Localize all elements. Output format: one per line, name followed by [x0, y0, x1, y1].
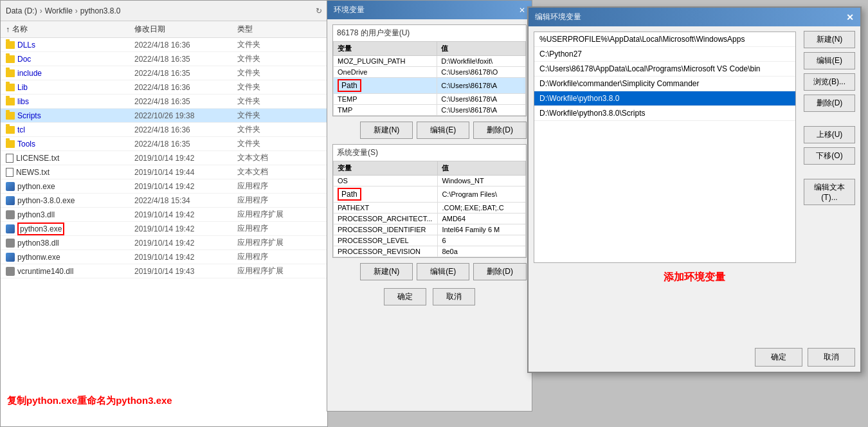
var-value: 8e0a	[438, 246, 526, 257]
sys-delete-btn[interactable]: 删除(D)	[473, 263, 527, 280]
list-item[interactable]: TMPC:\Users\86178\A	[334, 105, 526, 116]
table-row[interactable]: include 2022/4/18 16:35 文件夹	[1, 66, 327, 80]
table-row[interactable]: vcruntime140.dll 2019/10/14 19:43 应用程序扩展	[1, 264, 327, 278]
col-date[interactable]: 修改日期	[134, 24, 237, 35]
sys-vars-section: 系统变量(S) 变量 值 OSWindows_NTPathC:\Program …	[332, 144, 527, 258]
var-value: Intel64 Family 6 M	[438, 224, 526, 235]
sys-col-val: 值	[438, 161, 526, 176]
env-ok-btn[interactable]: 确定	[384, 288, 426, 305]
folder-icon	[6, 55, 15, 63]
file-type: 文件夹	[237, 124, 302, 135]
breadcrumb-folder1[interactable]: Workfile	[45, 6, 73, 15]
user-vars-section: 86178 的用户变量(U) 变量 值 MOZ_PLUGIN_PATHD:\Wo…	[332, 24, 527, 116]
sys-vars-table: 变量 值 OSWindows_NTPathC:\Program Files\PA…	[333, 161, 526, 257]
file-type: 应用程序	[237, 223, 302, 234]
table-row[interactable]: LICENSE.txt 2019/10/14 19:42 文本文档	[1, 151, 327, 165]
user-edit-btn[interactable]: 编辑(E)	[417, 122, 469, 139]
file-name: Scripts	[17, 111, 41, 120]
user-delete-btn[interactable]: 删除(D)	[473, 122, 527, 139]
delete-path-btn[interactable]: 删除(D)	[804, 95, 855, 112]
list-item[interactable]: PROCESSOR_ARCHITECT...AMD64	[334, 214, 526, 224]
list-item[interactable]: OSWindows_NT	[334, 176, 526, 186]
col-type[interactable]: 类型	[237, 24, 302, 35]
list-item[interactable]: D:\Workfile\commander\Simplicity Command…	[534, 77, 795, 91]
list-item[interactable]: PROCESSOR_IDENTIFIERIntel64 Family 6 M	[334, 224, 526, 235]
list-item[interactable]: C:\Python27	[534, 47, 795, 62]
sys-edit-btn[interactable]: 编辑(E)	[417, 263, 469, 280]
file-type: 文本文档	[237, 167, 302, 177]
dialog-close-btn[interactable]: ✕	[846, 12, 854, 23]
sys-vars-header: 系统变量(S)	[333, 145, 526, 161]
list-item[interactable]: MOZ_PLUGIN_PATHD:\Workfile\foxit\	[334, 56, 526, 67]
user-col-val: 值	[437, 42, 526, 56]
table-row[interactable]: python3.exe 2019/10/14 19:42 应用程序	[1, 222, 327, 236]
edit-path-btn[interactable]: 编辑(E)	[804, 52, 855, 69]
breadcrumb-folder2[interactable]: python3.8.0	[80, 6, 121, 15]
list-item[interactable]: %USERPROFILE%\AppData\Local\Microsoft\Wi…	[534, 32, 795, 47]
file-icon	[6, 168, 14, 177]
file-name: NEWS.txt	[16, 168, 50, 177]
table-row[interactable]: pythonw.exe 2019/10/14 19:42 应用程序	[1, 250, 327, 264]
table-row[interactable]: Lib 2022/4/18 16:36 文件夹	[1, 80, 327, 95]
file-date: 2019/10/14 19:42	[134, 253, 237, 262]
col-name[interactable]: ↑ 名称	[6, 24, 134, 35]
table-row[interactable]: python.exe 2019/10/14 19:42 应用程序	[1, 179, 327, 194]
new-path-btn[interactable]: 新建(N)	[804, 31, 855, 48]
table-row[interactable]: python38.dll 2019/10/14 19:42 应用程序扩展	[1, 236, 327, 250]
file-type: 文件夹	[237, 82, 302, 93]
file-name: Doc	[17, 55, 31, 64]
var-value: D:\Workfile\foxit\	[437, 56, 526, 67]
breadcrumb-drive[interactable]: Data (D:)	[6, 6, 37, 15]
list-item[interactable]: TEMPC:\Users\86178\A	[334, 94, 526, 105]
var-name: PROCESSOR_LEVEL	[334, 235, 438, 246]
list-item[interactable]: PROCESSOR_REVISION8e0a	[334, 246, 526, 257]
move-up-btn[interactable]: 上移(U)	[804, 126, 855, 143]
file-name: python.exe	[17, 182, 55, 191]
sys-new-btn[interactable]: 新建(N)	[360, 263, 413, 280]
dialog-cancel-btn[interactable]: 取消	[808, 348, 855, 367]
table-row[interactable]: NEWS.txt 2019/10/14 19:44 文本文档	[1, 165, 327, 179]
dll-icon	[6, 239, 15, 248]
file-type: 应用程序扩展	[237, 209, 302, 220]
column-headers: ↑ 名称 修改日期 类型	[1, 21, 327, 38]
table-row[interactable]: Tools 2022/4/18 16:35 文件夹	[1, 137, 327, 151]
table-row[interactable]: DLLs 2022/4/18 16:36 文件夹	[1, 38, 327, 52]
edit-text-btn[interactable]: 编辑文本(T)...	[804, 179, 855, 205]
table-row[interactable]: Scripts 2022/10/26 19:38 文件夹	[1, 109, 327, 123]
file-type: 文件夹	[237, 138, 302, 149]
list-item[interactable]: PathC:\Users\86178\A	[334, 78, 526, 94]
move-down-btn[interactable]: 下移(O)	[804, 147, 855, 165]
annotation-text: 复制python.exe重命名为python3.exe	[7, 395, 172, 407]
env-cancel-btn[interactable]: 取消	[433, 288, 475, 305]
list-item[interactable]: PATHEXT.COM;.EXE;.BAT;.C	[334, 203, 526, 214]
file-type: 文件夹	[237, 39, 302, 50]
list-item[interactable]: OneDriveC:\Users\86178\O	[334, 67, 526, 78]
list-item[interactable]: PROCESSOR_LEVEL6	[334, 235, 526, 246]
file-date: 2022/4/18 16:36	[134, 125, 237, 134]
file-date: 2022/4/18 16:35	[134, 97, 237, 106]
file-date: 2019/10/14 19:42	[134, 239, 237, 248]
file-name: libs	[17, 97, 29, 106]
file-type: 应用程序	[237, 181, 302, 192]
table-row[interactable]: python-3.8.0.exe 2022/4/18 15:34 应用程序	[1, 194, 327, 208]
file-type: 应用程序扩展	[237, 266, 302, 277]
file-type: 应用程序	[237, 251, 302, 262]
var-name: OneDrive	[334, 67, 437, 78]
table-row[interactable]: tcl 2022/4/18 16:36 文件夹	[1, 123, 327, 137]
browse-path-btn[interactable]: 浏览(B)...	[804, 73, 855, 91]
table-row[interactable]: Doc 2022/4/18 16:35 文件夹	[1, 52, 327, 66]
list-item[interactable]: D:\Workfile\python3.8.0	[534, 91, 795, 106]
list-item[interactable]: PathC:\Program Files\	[334, 186, 526, 203]
file-date: 2022/4/18 16:36	[134, 83, 237, 92]
user-new-btn[interactable]: 新建(N)	[360, 122, 413, 139]
list-item[interactable]: C:\Users\86178\AppData\Local\Programs\Mi…	[534, 62, 795, 77]
table-row[interactable]: libs 2022/4/18 16:35 文件夹	[1, 95, 327, 109]
refresh-icon[interactable]: ↻	[316, 6, 322, 15]
list-item[interactable]: D:\Workfile\python3.8.0\Scripts	[534, 106, 795, 121]
path-entries-list[interactable]: %USERPROFILE%\AppData\Local\Microsoft\Wi…	[534, 32, 796, 263]
file-type: 应用程序扩展	[237, 237, 302, 248]
close-icon[interactable]: ✕	[519, 6, 525, 15]
dialog-ok-btn[interactable]: 确定	[755, 348, 802, 367]
table-row[interactable]: python3.dll 2019/10/14 19:42 应用程序扩展	[1, 208, 327, 222]
file-type: 应用程序	[237, 195, 302, 206]
